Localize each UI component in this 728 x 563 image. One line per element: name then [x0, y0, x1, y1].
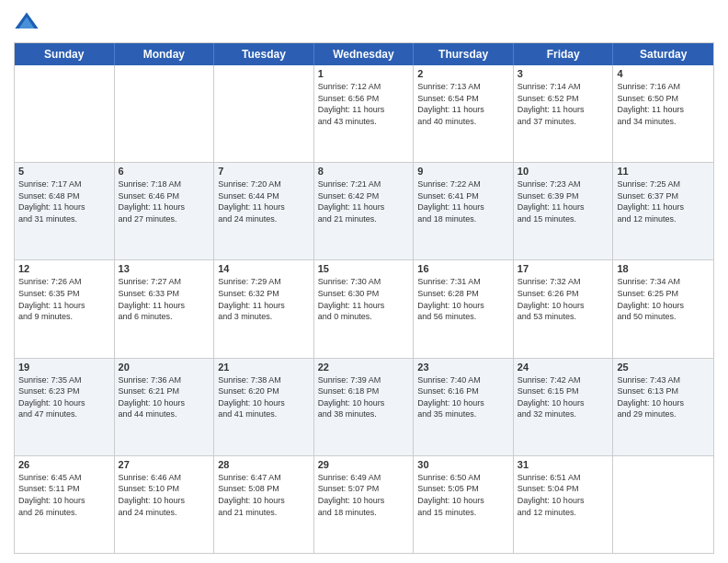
day-number: 2: [417, 68, 509, 79]
cal-cell: 22Sunrise: 7:39 AM Sunset: 6:18 PM Dayli…: [314, 359, 415, 455]
cell-info: Sunrise: 7:42 AM Sunset: 6:15 PM Dayligh…: [518, 374, 609, 420]
day-number: 3: [518, 68, 609, 79]
cal-cell: 30Sunrise: 6:50 AM Sunset: 5:05 PM Dayli…: [414, 456, 514, 553]
cal-cell: [613, 456, 713, 553]
calendar-row-2: 12Sunrise: 7:26 AM Sunset: 6:35 PM Dayli…: [15, 260, 713, 358]
cell-info: Sunrise: 7:34 AM Sunset: 6:25 PM Dayligh…: [617, 276, 710, 322]
cell-info: Sunrise: 7:35 AM Sunset: 6:23 PM Dayligh…: [18, 374, 110, 420]
cell-info: Sunrise: 7:31 AM Sunset: 6:28 PM Dayligh…: [417, 276, 509, 322]
day-number: 28: [218, 459, 310, 470]
header-day-saturday: Saturday: [613, 43, 713, 65]
day-number: 14: [218, 263, 310, 274]
cal-cell: 15Sunrise: 7:30 AM Sunset: 6:30 PM Dayli…: [314, 260, 415, 357]
cal-cell: 20Sunrise: 7:36 AM Sunset: 6:21 PM Dayli…: [115, 359, 215, 455]
cal-cell: [15, 65, 115, 162]
page: SundayMondayTuesdayWednesdayThursdayFrid…: [0, 0, 728, 563]
cell-info: Sunrise: 7:16 AM Sunset: 6:50 PM Dayligh…: [617, 81, 710, 127]
cal-cell: 25Sunrise: 7:43 AM Sunset: 6:13 PM Dayli…: [613, 359, 713, 455]
cell-info: Sunrise: 7:39 AM Sunset: 6:18 PM Dayligh…: [318, 374, 410, 420]
day-number: 24: [518, 362, 609, 373]
cell-info: Sunrise: 7:43 AM Sunset: 6:13 PM Dayligh…: [617, 374, 710, 420]
cal-cell: 11Sunrise: 7:25 AM Sunset: 6:37 PM Dayli…: [613, 163, 713, 259]
cell-info: Sunrise: 6:51 AM Sunset: 5:04 PM Dayligh…: [518, 472, 609, 518]
cell-info: Sunrise: 7:38 AM Sunset: 6:20 PM Dayligh…: [218, 374, 310, 420]
day-number: 1: [318, 68, 410, 79]
day-number: 30: [417, 459, 509, 470]
cell-info: Sunrise: 6:46 AM Sunset: 5:10 PM Dayligh…: [119, 472, 210, 518]
header-day-sunday: Sunday: [15, 43, 115, 65]
cell-info: Sunrise: 7:29 AM Sunset: 6:32 PM Dayligh…: [218, 276, 310, 322]
header-day-monday: Monday: [115, 43, 215, 65]
day-number: 5: [18, 166, 110, 177]
day-number: 19: [18, 362, 110, 373]
logo: [14, 9, 43, 35]
cal-cell: 23Sunrise: 7:40 AM Sunset: 6:16 PM Dayli…: [414, 359, 514, 455]
cell-info: Sunrise: 7:25 AM Sunset: 6:37 PM Dayligh…: [617, 178, 710, 224]
cal-cell: 16Sunrise: 7:31 AM Sunset: 6:28 PM Dayli…: [414, 260, 514, 357]
calendar-row-0: 1Sunrise: 7:12 AM Sunset: 6:56 PM Daylig…: [15, 65, 713, 163]
calendar-header: SundayMondayTuesdayWednesdayThursdayFrid…: [15, 43, 713, 65]
logo-icon: [14, 9, 40, 35]
cell-info: Sunrise: 7:17 AM Sunset: 6:48 PM Dayligh…: [18, 178, 110, 224]
day-number: 29: [318, 459, 410, 470]
cal-cell: 19Sunrise: 7:35 AM Sunset: 6:23 PM Dayli…: [15, 359, 115, 455]
cell-info: Sunrise: 7:26 AM Sunset: 6:35 PM Dayligh…: [18, 276, 110, 322]
cal-cell: 27Sunrise: 6:46 AM Sunset: 5:10 PM Dayli…: [115, 456, 215, 553]
calendar: SundayMondayTuesdayWednesdayThursdayFrid…: [14, 42, 714, 554]
header: [14, 9, 714, 35]
cal-cell: 2Sunrise: 7:13 AM Sunset: 6:54 PM Daylig…: [414, 65, 514, 162]
cal-cell: 26Sunrise: 6:45 AM Sunset: 5:11 PM Dayli…: [15, 456, 115, 553]
day-number: 26: [18, 459, 110, 470]
cal-cell: 14Sunrise: 7:29 AM Sunset: 6:32 PM Dayli…: [214, 260, 314, 357]
day-number: 21: [218, 362, 310, 373]
cal-cell: [214, 65, 314, 162]
cal-cell: 1Sunrise: 7:12 AM Sunset: 6:56 PM Daylig…: [314, 65, 415, 162]
calendar-body: 1Sunrise: 7:12 AM Sunset: 6:56 PM Daylig…: [15, 65, 713, 553]
cell-info: Sunrise: 7:27 AM Sunset: 6:33 PM Dayligh…: [119, 276, 210, 322]
day-number: 25: [617, 362, 710, 373]
day-number: 20: [119, 362, 210, 373]
cell-info: Sunrise: 7:36 AM Sunset: 6:21 PM Dayligh…: [119, 374, 210, 420]
cell-info: Sunrise: 7:20 AM Sunset: 6:44 PM Dayligh…: [218, 178, 310, 224]
day-number: 31: [518, 459, 609, 470]
day-number: 27: [119, 459, 210, 470]
day-number: 13: [119, 263, 210, 274]
cell-info: Sunrise: 7:23 AM Sunset: 6:39 PM Dayligh…: [518, 178, 609, 224]
cal-cell: 4Sunrise: 7:16 AM Sunset: 6:50 PM Daylig…: [613, 65, 713, 162]
cal-cell: 13Sunrise: 7:27 AM Sunset: 6:33 PM Dayli…: [115, 260, 215, 357]
day-number: 4: [617, 68, 710, 79]
cell-info: Sunrise: 6:47 AM Sunset: 5:08 PM Dayligh…: [218, 472, 310, 518]
cell-info: Sunrise: 7:14 AM Sunset: 6:52 PM Dayligh…: [518, 81, 609, 127]
cal-cell: 29Sunrise: 6:49 AM Sunset: 5:07 PM Dayli…: [314, 456, 415, 553]
day-number: 22: [318, 362, 410, 373]
day-number: 15: [318, 263, 410, 274]
cell-info: Sunrise: 6:49 AM Sunset: 5:07 PM Dayligh…: [318, 472, 410, 518]
calendar-row-1: 5Sunrise: 7:17 AM Sunset: 6:48 PM Daylig…: [15, 163, 713, 260]
day-number: 7: [218, 166, 310, 177]
cal-cell: 12Sunrise: 7:26 AM Sunset: 6:35 PM Dayli…: [15, 260, 115, 357]
cell-info: Sunrise: 6:50 AM Sunset: 5:05 PM Dayligh…: [417, 472, 509, 518]
day-number: 12: [18, 263, 110, 274]
header-day-wednesday: Wednesday: [314, 43, 415, 65]
day-number: 8: [318, 166, 410, 177]
day-number: 18: [617, 263, 710, 274]
header-day-tuesday: Tuesday: [214, 43, 314, 65]
cal-cell: 24Sunrise: 7:42 AM Sunset: 6:15 PM Dayli…: [514, 359, 614, 455]
cal-cell: 17Sunrise: 7:32 AM Sunset: 6:26 PM Dayli…: [514, 260, 614, 357]
cell-info: Sunrise: 7:12 AM Sunset: 6:56 PM Dayligh…: [318, 81, 410, 127]
cal-cell: 7Sunrise: 7:20 AM Sunset: 6:44 PM Daylig…: [214, 163, 314, 259]
calendar-row-4: 26Sunrise: 6:45 AM Sunset: 5:11 PM Dayli…: [15, 456, 713, 553]
cal-cell: 9Sunrise: 7:22 AM Sunset: 6:41 PM Daylig…: [414, 163, 514, 259]
cell-info: Sunrise: 6:45 AM Sunset: 5:11 PM Dayligh…: [18, 472, 110, 518]
cal-cell: 31Sunrise: 6:51 AM Sunset: 5:04 PM Dayli…: [514, 456, 614, 553]
cal-cell: 28Sunrise: 6:47 AM Sunset: 5:08 PM Dayli…: [214, 456, 314, 553]
day-number: 10: [518, 166, 609, 177]
day-number: 11: [617, 166, 710, 177]
day-number: 23: [417, 362, 509, 373]
cal-cell: 18Sunrise: 7:34 AM Sunset: 6:25 PM Dayli…: [613, 260, 713, 357]
cal-cell: 5Sunrise: 7:17 AM Sunset: 6:48 PM Daylig…: [15, 163, 115, 259]
cal-cell: 21Sunrise: 7:38 AM Sunset: 6:20 PM Dayli…: [214, 359, 314, 455]
header-day-friday: Friday: [514, 43, 614, 65]
cal-cell: 10Sunrise: 7:23 AM Sunset: 6:39 PM Dayli…: [514, 163, 614, 259]
calendar-row-3: 19Sunrise: 7:35 AM Sunset: 6:23 PM Dayli…: [15, 359, 713, 456]
